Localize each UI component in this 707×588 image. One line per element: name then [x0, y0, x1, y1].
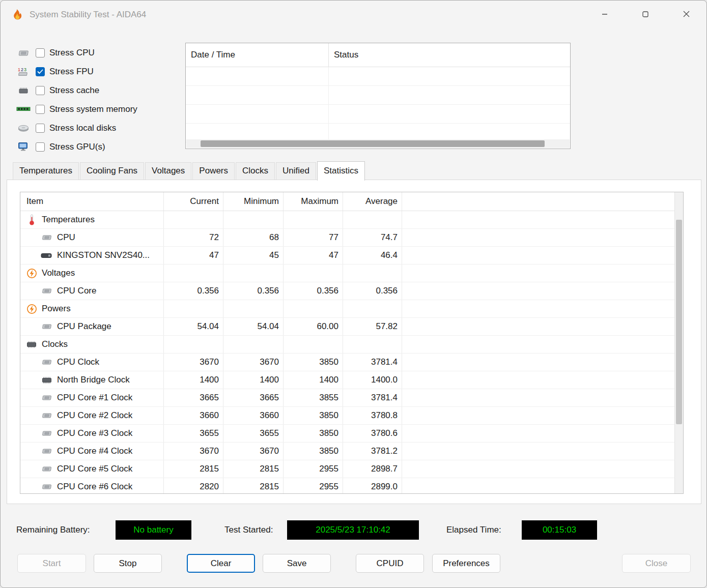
save-button[interactable]: Save	[263, 554, 331, 573]
stats-value	[343, 211, 402, 228]
stats-value: 2898.7	[343, 460, 402, 478]
tab-voltages[interactable]: Voltages	[145, 162, 191, 180]
stats-item-cell: CPU	[20, 229, 164, 246]
row-filler	[402, 264, 683, 282]
cpu-icon	[16, 49, 31, 57]
stats-item-cell: Voltages	[20, 264, 164, 282]
log-cell-datetime	[186, 67, 329, 85]
stats-value	[164, 300, 223, 317]
stats-value: 46.4	[343, 247, 402, 264]
maximize-button[interactable]	[625, 1, 666, 29]
log-cell-status	[329, 86, 570, 104]
stats-value: 3850	[284, 443, 343, 460]
checkbox[interactable]	[36, 48, 45, 57]
stats-column-item: Item	[20, 192, 164, 211]
tab-statistics[interactable]: Statistics	[317, 161, 365, 181]
stats-value: 72	[164, 229, 223, 246]
tab-powers[interactable]: Powers	[192, 162, 235, 180]
stats-row[interactable]: CPU Core #1 Clock3665366538553781.4	[20, 389, 683, 407]
stress-option-label: Stress system memory	[49, 104, 137, 114]
log-table: Date / Time Status	[185, 43, 571, 149]
stats-item-label: Clocks	[42, 339, 68, 349]
log-horizontal-scrollbar[interactable]	[186, 139, 570, 148]
stats-value: 3670	[223, 443, 284, 460]
log-column-status[interactable]: Status	[329, 50, 570, 60]
stress-option-row[interactable]: Stress cache	[16, 81, 137, 100]
stats-item-cell: KINGSTON SNV2S40...	[20, 247, 164, 264]
scrollbar-thumb[interactable]	[201, 140, 545, 147]
tab-unified[interactable]: Unified	[276, 162, 316, 180]
window-title: System Stability Test - AIDA64	[30, 10, 146, 20]
close-button[interactable]: Close	[622, 554, 691, 573]
stats-item-label: CPU Core #6 Clock	[57, 482, 132, 492]
stats-value: 3850	[284, 425, 343, 442]
stats-item-cell: CPU Core #1 Clock	[20, 389, 164, 406]
elapsed-time-value: 00:15:03	[543, 525, 576, 535]
stats-value: 3665	[223, 389, 284, 406]
elapsed-time-label: Elapsed Time:	[446, 525, 501, 535]
gpu-icon	[16, 142, 31, 152]
stats-value: 0.356	[164, 282, 223, 300]
stress-option-row[interactable]: Stress CPU	[16, 43, 137, 62]
row-filler	[402, 371, 683, 389]
preferences-button[interactable]: Preferences	[432, 554, 500, 573]
row-filler	[402, 354, 683, 371]
stats-row[interactable]: North Bridge Clock1400140014001400.0	[20, 371, 683, 389]
stats-row[interactable]: CPU Core #6 Clock2820281529552899.0	[20, 478, 683, 494]
stats-vertical-scrollbar[interactable]	[674, 192, 683, 493]
stats-row[interactable]: CPU Core #4 Clock3670367038503781.2	[20, 443, 683, 460]
tab-clocks[interactable]: Clocks	[236, 162, 275, 180]
stats-item-cell: CPU Core #3 Clock	[20, 425, 164, 442]
stress-option-row[interactable]: 123Stress FPU	[16, 62, 137, 81]
cpu-chip-icon	[40, 234, 54, 241]
stress-option-row[interactable]: Stress system memory	[16, 100, 137, 119]
stats-value: 3780.8	[343, 407, 402, 424]
stats-value: 3660	[164, 407, 223, 424]
stats-row[interactable]: CPU Package54.0454.0460.0057.82	[20, 318, 683, 336]
stats-row[interactable]: Temperatures	[20, 211, 683, 229]
stats-item-cell: CPU Clock	[20, 354, 164, 371]
stats-item-label: CPU Clock	[57, 357, 99, 367]
log-column-datetime[interactable]: Date / Time	[186, 43, 329, 67]
stats-row[interactable]: CPU Core #5 Clock2815281529552898.7	[20, 460, 683, 478]
stats-value: 3655	[164, 425, 223, 442]
scrollbar-thumb[interactable]	[676, 220, 682, 424]
stats-row[interactable]: KINGSTON SNV2S40...47454746.4	[20, 247, 683, 264]
minimize-button[interactable]	[584, 1, 625, 29]
stats-row[interactable]: CPU Core0.3560.3560.3560.356	[20, 282, 683, 300]
stats-row[interactable]: Clocks	[20, 336, 683, 354]
clear-button[interactable]: Clear	[187, 554, 255, 573]
stats-row[interactable]: CPU Core #2 Clock3660366038503780.8	[20, 407, 683, 425]
log-row	[186, 67, 570, 86]
stats-value: 54.04	[223, 318, 284, 335]
stats-value: 2955	[284, 478, 343, 494]
stats-row[interactable]: Powers	[20, 300, 683, 318]
checkbox[interactable]	[36, 67, 45, 76]
checkbox[interactable]	[36, 142, 45, 152]
stop-button[interactable]: Stop	[94, 554, 162, 573]
row-filler	[402, 229, 683, 246]
stats-item-label: North Bridge Clock	[57, 375, 130, 385]
checkbox[interactable]	[36, 124, 45, 133]
stats-item-label: CPU Core #2 Clock	[57, 410, 132, 421]
stats-row[interactable]: Voltages	[20, 264, 683, 282]
stress-option-row[interactable]: Stress local disks	[16, 119, 137, 137]
close-button[interactable]	[666, 1, 706, 29]
checkbox[interactable]	[36, 105, 45, 114]
stats-row[interactable]: CPU Clock3670367038503781.4	[20, 354, 683, 371]
row-filler	[402, 300, 683, 317]
cpu-chip-icon	[40, 448, 54, 455]
cpuid-button[interactable]: CPUID	[356, 554, 424, 573]
ssd-icon	[40, 252, 54, 259]
checkbox[interactable]	[36, 86, 45, 95]
start-button[interactable]: Start	[17, 554, 86, 573]
tab-temperatures[interactable]: Temperatures	[13, 162, 79, 180]
stats-row[interactable]: CPU72687774.7	[20, 229, 683, 247]
stress-option-row[interactable]: Stress GPU(s)	[16, 137, 137, 156]
log-cell-status	[329, 67, 570, 85]
stats-row[interactable]: CPU Core #3 Clock3655365538503780.6	[20, 425, 683, 443]
tab-cooling-fans[interactable]: Cooling Fans	[80, 162, 144, 180]
cpu-chip-icon	[40, 287, 54, 295]
stats-value	[223, 336, 284, 353]
stats-value: 47	[284, 247, 343, 264]
